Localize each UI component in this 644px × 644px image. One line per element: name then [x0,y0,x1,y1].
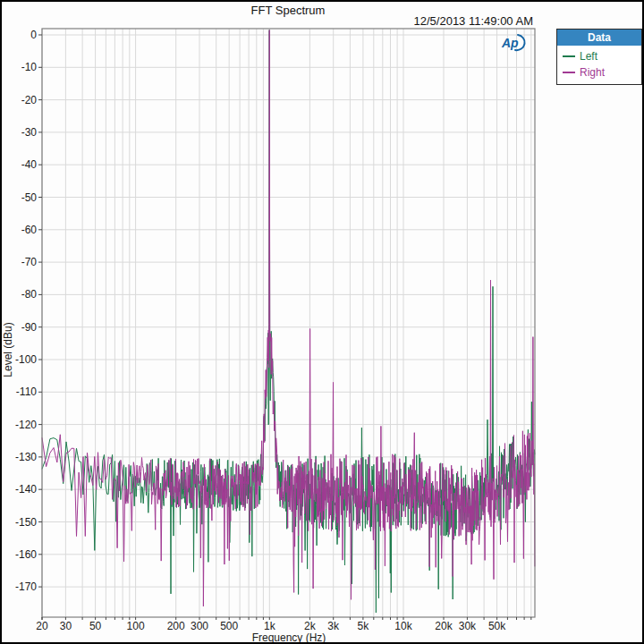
svg-text:Ap: Ap [501,36,519,50]
legend-swatch-left [563,55,575,57]
audio-precision-logo-icon: Ap [498,33,532,53]
legend-header: Data [557,30,641,46]
axis-labels: 2030501002003005001k2k3k5k10k20k30k50k0-… [2,29,531,644]
data-legend: Data LeftRight [556,29,642,85]
svg-text:-80: -80 [21,288,38,301]
svg-text:30k: 30k [459,620,477,632]
y-axis-title: Level (dBu) [2,322,14,377]
svg-text:20k: 20k [435,620,453,632]
fft-spectrum-window: FFT Spectrum 12/5/2013 11:49:00 AM 20305… [0,0,644,644]
svg-text:-90: -90 [21,321,38,334]
svg-text:-160: -160 [15,548,37,561]
svg-text:2k: 2k [304,620,317,632]
ap-logo-svg: Ap [498,33,532,53]
svg-text:-50: -50 [21,191,38,204]
svg-text:30: 30 [60,620,72,632]
svg-text:-140: -140 [15,483,37,496]
legend-entry-left[interactable]: Left [563,48,641,64]
svg-text:-170: -170 [15,580,37,593]
svg-text:500: 500 [220,620,238,632]
svg-text:1k: 1k [264,620,276,632]
svg-text:-70: -70 [21,256,38,268]
svg-text:200: 200 [167,620,185,632]
svg-text:50k: 50k [488,620,506,632]
svg-text:-10: -10 [21,61,38,73]
svg-text:-130: -130 [15,451,37,463]
svg-text:-110: -110 [16,386,37,398]
legend-label: Right [580,66,605,79]
svg-text:3k: 3k [327,620,340,632]
svg-text:-40: -40 [21,158,38,171]
svg-text:-20: -20 [21,94,38,106]
svg-text:0: 0 [30,29,37,41]
legend-entry-right[interactable]: Right [563,64,641,80]
legend-label: Left [580,50,597,63]
fft-plot: 2030501002003005001k2k3k5k10k20k30k50k0-… [2,2,644,644]
legend-body: LeftRight [557,46,641,84]
svg-text:5k: 5k [358,620,370,632]
legend-swatch-right [563,72,575,73]
svg-text:50: 50 [89,620,102,632]
svg-text:300: 300 [191,620,208,632]
svg-text:-60: -60 [21,224,38,236]
svg-text:-150: -150 [15,516,37,529]
svg-text:20: 20 [36,620,48,632]
svg-text:10k: 10k [394,620,412,632]
x-axis-title: Frequency (Hz) [252,631,326,644]
svg-text:-120: -120 [15,419,37,431]
svg-text:-100: -100 [15,353,37,366]
svg-text:100: 100 [127,620,145,632]
svg-text:-30: -30 [21,126,38,139]
